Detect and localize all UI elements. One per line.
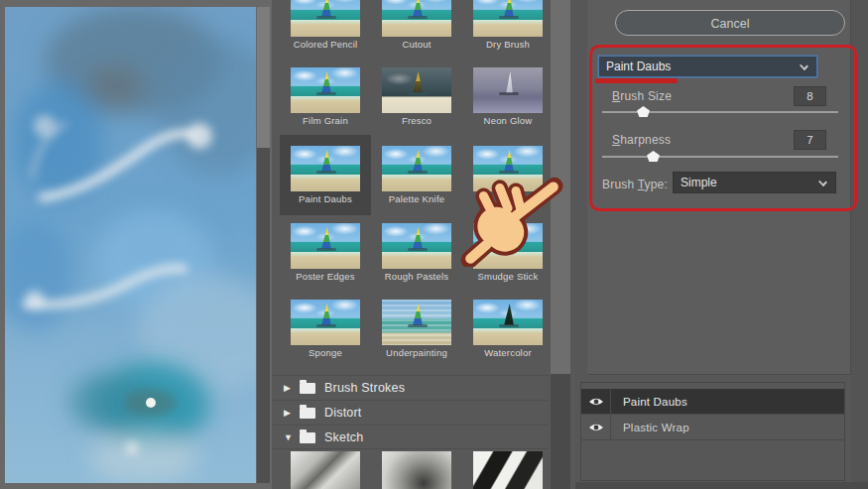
- filter-thumbnail: [291, 146, 360, 191]
- sharpness-value[interactable]: 7: [794, 130, 826, 150]
- visibility-toggle[interactable]: [581, 415, 611, 439]
- folder-name: Sketch: [324, 430, 363, 444]
- filter-label: Cutout: [374, 39, 459, 50]
- filter-select-value: Paint Daubs: [606, 60, 671, 73]
- effect-layer-row-paint-daubs[interactable]: Paint Daubs: [581, 389, 844, 415]
- preview-scrollbar-thumb[interactable]: [257, 7, 270, 148]
- folder-row-brush-strokes[interactable]: ▶ Brush Strokes: [272, 375, 549, 400]
- filter-item-neon-glow[interactable]: Neon Glow: [473, 67, 543, 126]
- filter-item-cutout[interactable]: Cutout: [382, 0, 451, 50]
- filter-thumbnail: [473, 67, 543, 113]
- filter-label: Colored Pencil: [283, 39, 368, 50]
- visibility-toggle[interactable]: [581, 389, 611, 414]
- filter-label: Film Grain: [283, 115, 368, 126]
- filter-item-palette-knife[interactable]: Palette Knife: [382, 146, 451, 204]
- filter-thumbnail: [473, 300, 543, 345]
- filter-label: Sponge: [283, 347, 368, 358]
- filter-label: Neon Glow: [465, 115, 551, 126]
- brush-type-dropdown[interactable]: Simple: [673, 172, 836, 193]
- filter-item-sponge[interactable]: Sponge: [291, 300, 360, 358]
- preview-pane: [0, 0, 272, 489]
- filter-label: Rough Pastels: [374, 271, 459, 282]
- filter-thumbnail: [382, 451, 451, 489]
- brush-size-value[interactable]: 8: [794, 86, 826, 106]
- filter-label: Fresco: [374, 115, 459, 126]
- folder-row-sketch[interactable]: ▼ Sketch: [272, 425, 549, 449]
- filter-item-sketch-2[interactable]: [382, 451, 451, 489]
- filter-thumbnail: [382, 0, 451, 37]
- sharpness-slider-thumb[interactable]: [647, 151, 660, 162]
- sharpness-label: Sharpness: [612, 133, 671, 147]
- chevron-down-icon: [818, 178, 827, 186]
- filter-thumbnail: [382, 67, 451, 113]
- filter-item-dry-brush[interactable]: Dry Brush: [473, 0, 543, 50]
- filter-thumbnail: [382, 223, 451, 269]
- filter-item-film-grain[interactable]: Film Grain: [291, 67, 360, 126]
- preview-scrollbar[interactable]: [257, 7, 270, 483]
- eye-icon: [588, 423, 604, 432]
- filter-label: Paint Daubs: [283, 193, 368, 204]
- filter-label: Poster Edges: [283, 271, 368, 282]
- filter-item-watercolor[interactable]: Watercolor: [473, 300, 543, 358]
- divider: [272, 448, 549, 449]
- filter-item-sketch-1[interactable]: [291, 451, 360, 489]
- collapsed-triangle-icon: ▶: [284, 408, 300, 418]
- brush-size-slider-thumb[interactable]: [637, 106, 650, 117]
- brush-size-label: Brush Size: [612, 89, 672, 103]
- filter-select-dropdown[interactable]: Paint Daubs: [598, 56, 817, 77]
- dialog-right-margin: [851, 0, 868, 489]
- folder-icon: [300, 383, 315, 394]
- filter-item-poster-edges[interactable]: Poster Edges: [291, 223, 360, 282]
- folder-name: Brush Strokes: [324, 381, 405, 395]
- open-folder-icon: [300, 432, 315, 443]
- filter-label: Underpainting: [374, 347, 459, 358]
- filter-label: Smudge Stick: [465, 271, 551, 282]
- filter-label: Watercolor: [465, 347, 551, 358]
- folder-icon: [300, 408, 315, 419]
- effect-layers-panel: Paint Daubs Plastic Wrap: [580, 382, 845, 481]
- filter-gallery-dialog: Colored Pencil Cutout Dry Brush Film Gra…: [0, 0, 868, 489]
- brush-type-value: Simple: [681, 176, 717, 189]
- hand-cursor-icon: [456, 166, 567, 267]
- slider-track[interactable]: [602, 156, 838, 158]
- cancel-button[interactable]: Cancel: [615, 10, 845, 36]
- filter-thumbnail: [291, 67, 360, 113]
- filter-item-fresco[interactable]: Fresco: [382, 67, 451, 126]
- effect-layer-row-plastic-wrap[interactable]: Plastic Wrap: [581, 415, 844, 440]
- dialog-bottom-edge: [575, 482, 868, 489]
- filter-thumbnail: [291, 451, 360, 489]
- brush-size-slider[interactable]: [602, 105, 838, 118]
- filter-thumbnail: [291, 223, 360, 269]
- filter-thumbnail: [291, 0, 360, 37]
- sharpness-slider[interactable]: [602, 150, 838, 163]
- filter-label: Palette Knife: [374, 193, 459, 204]
- effect-layer-name: Plastic Wrap: [611, 415, 689, 439]
- brush-type-label: Brush Type:: [602, 178, 668, 191]
- expanded-triangle-icon: ▼: [284, 432, 300, 442]
- filter-item-colored-pencil[interactable]: Colored Pencil: [291, 0, 360, 50]
- folder-name: Distort: [324, 406, 362, 420]
- eye-icon: [588, 397, 604, 407]
- filter-item-sketch-3[interactable]: [473, 451, 543, 489]
- preview-artwork: [5, 7, 256, 483]
- filter-thumbnail: [473, 0, 543, 37]
- collapsed-triangle-icon: ▶: [284, 383, 300, 393]
- folder-row-distort[interactable]: ▶ Distort: [272, 400, 549, 425]
- filter-thumbnail: [291, 300, 360, 345]
- chevron-down-icon: [800, 61, 808, 70]
- preview-image[interactable]: [5, 7, 256, 483]
- filter-label: Dry Brush: [465, 39, 551, 50]
- effect-layer-name: Paint Daubs: [611, 389, 687, 414]
- filter-item-paint-daubs-selected[interactable]: Paint Daubs: [291, 146, 360, 204]
- filter-item-underpainting[interactable]: Underpainting: [382, 300, 451, 358]
- filter-thumbnail: [382, 146, 451, 191]
- filter-thumbnail: [473, 451, 543, 489]
- filter-thumbnail: [382, 300, 451, 345]
- filter-item-rough-pastels[interactable]: Rough Pastels: [382, 223, 451, 282]
